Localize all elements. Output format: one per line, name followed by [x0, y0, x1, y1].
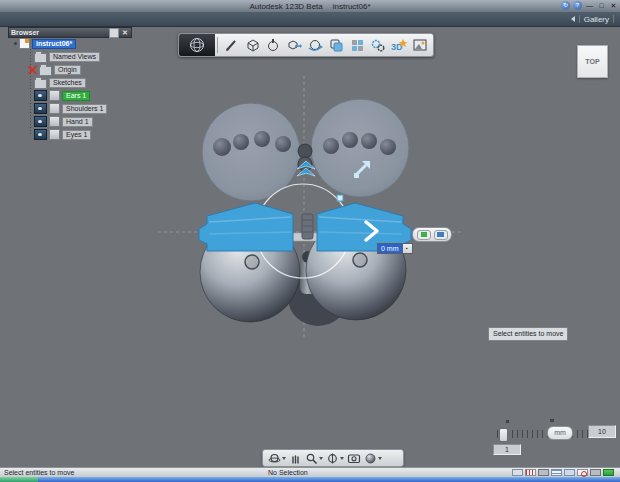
ear-left-body[interactable]: [202, 103, 300, 201]
view-cube[interactable]: TOP: [577, 45, 608, 78]
maximize-button[interactable]: □: [597, 1, 606, 10]
body-icon: [49, 129, 60, 140]
scene-material-button[interactable]: [409, 34, 430, 56]
chevron-left-icon: [571, 16, 575, 22]
tree-item-label[interactable]: Eyes 1: [62, 130, 91, 140]
ruler-marker: [550, 419, 554, 422]
pattern-grid-button[interactable]: [346, 34, 367, 56]
gallery-button[interactable]: Gallery: [571, 15, 614, 24]
tree-bullet: [14, 42, 17, 45]
sync-icon[interactable]: ↻: [561, 1, 570, 10]
browser-close-icon[interactable]: ✕: [121, 29, 129, 37]
ear-right-body[interactable]: [311, 99, 409, 197]
combine-solids-button[interactable]: [325, 34, 346, 56]
move-cube-button[interactable]: [283, 34, 304, 56]
document-icon: [19, 38, 30, 49]
tree-guide-line: [30, 49, 31, 135]
distance-spinner[interactable]: ▪: [403, 243, 413, 254]
confirm-button[interactable]: [417, 230, 431, 240]
tree-item-hand[interactable]: Hand 1: [34, 116, 93, 127]
app-menu-button[interactable]: [179, 34, 215, 56]
gallery-label: Gallery: [584, 15, 609, 24]
view-cube-label: TOP: [585, 58, 599, 65]
ruler-marker: [506, 420, 509, 423]
move-arrow-left[interactable]: [199, 203, 293, 251]
screw-knob[interactable]: [302, 214, 313, 239]
look-at-button[interactable]: [347, 452, 361, 465]
layers-toggle[interactable]: [551, 469, 562, 476]
app-title: Autodesk 123D Beta: [249, 2, 322, 11]
viewport-3d[interactable]: [0, 26, 620, 467]
pan-button[interactable]: [289, 452, 302, 465]
scale-major-value[interactable]: 10: [588, 425, 616, 438]
osnap-toggle[interactable]: [564, 469, 575, 476]
navigation-bar: [262, 449, 404, 467]
orbit-sphere-button[interactable]: [304, 34, 325, 56]
menu-strip: Gallery: [0, 12, 620, 27]
scale-ruler[interactable]: [497, 430, 589, 438]
document-title: instruct06*: [333, 2, 371, 11]
gear-assembly-button[interactable]: [367, 34, 388, 56]
tree-item-origin[interactable]: Origin: [28, 64, 81, 75]
visibility-eye-icon[interactable]: [34, 129, 47, 140]
tree-item-root[interactable]: instruct06*: [14, 38, 76, 49]
progress-segment: [0, 477, 38, 482]
dropdown-caret-icon: [378, 457, 382, 460]
body-icon: [49, 90, 60, 101]
tree-item-label[interactable]: Ears 1: [62, 91, 90, 101]
tree-item-label[interactable]: Hand 1: [62, 117, 93, 127]
3d-text-star-button[interactable]: 3D: [388, 34, 409, 56]
hidden-x-icon: [28, 65, 37, 74]
tree-item-eyes[interactable]: Eyes 1: [34, 129, 91, 140]
tree-item-shoulders[interactable]: Shoulders 1: [34, 103, 107, 114]
folder-icon: [39, 66, 52, 76]
visibility-eye-icon[interactable]: [34, 103, 47, 114]
visibility-eye-icon[interactable]: [34, 90, 47, 101]
constrained-orbit-button[interactable]: [326, 452, 344, 465]
selection-status: No Selection: [268, 469, 308, 476]
browser-title: Browser: [11, 29, 39, 36]
primitive-cube-button[interactable]: [241, 34, 262, 56]
browser-pin-icon[interactable]: [109, 28, 119, 38]
active-indicator: [603, 469, 614, 476]
spin-top-button[interactable]: [262, 34, 283, 56]
orbit-button[interactable]: [268, 452, 286, 465]
folder-icon: [34, 79, 47, 89]
rotate-handle[interactable]: [337, 195, 343, 201]
dropdown-caret-icon: [282, 457, 286, 460]
zoom-button[interactable]: [305, 452, 323, 465]
lock-toggle[interactable]: [538, 469, 549, 476]
tree-item-label[interactable]: Shoulders 1: [62, 104, 107, 114]
visibility-eye-icon[interactable]: [34, 116, 47, 127]
distance-input[interactable]: 0 mm: [377, 243, 403, 254]
sphere-menu-icon: [188, 36, 206, 54]
tree-item-label[interactable]: Origin: [54, 65, 81, 75]
snap-toggle[interactable]: [512, 469, 523, 476]
app-window: Autodesk 123D Beta instruct06* ↻ ? — □ ✕…: [0, 0, 620, 482]
ruler-toggle[interactable]: [525, 469, 536, 476]
tree-item-sketches[interactable]: Sketches: [34, 77, 86, 88]
sketch-pen-button[interactable]: [220, 34, 241, 56]
dropdown-caret-icon: [340, 457, 344, 460]
tree-item-label[interactable]: Named Views: [49, 52, 100, 62]
dropdown-caret-icon: [319, 457, 323, 460]
browser-panel-header[interactable]: Browser ✕: [8, 27, 132, 38]
status-toggles: [512, 469, 614, 476]
main-toolbar: 3D: [178, 33, 434, 57]
close-button[interactable]: ✕: [609, 1, 618, 10]
tree-item-label[interactable]: Sketches: [49, 78, 86, 88]
scale-slider-knob[interactable]: [499, 428, 508, 442]
display-style-button[interactable]: [364, 452, 382, 465]
scale-minor-value[interactable]: 1: [493, 444, 521, 455]
help-icon[interactable]: ?: [573, 1, 582, 10]
tree-item-named-views[interactable]: Named Views: [34, 51, 100, 62]
body-icon: [49, 103, 60, 114]
tree-item-ears[interactable]: Ears 1: [34, 90, 90, 101]
tree-item-label[interactable]: instruct06*: [32, 39, 76, 49]
minimize-button[interactable]: —: [585, 1, 594, 10]
pad-toggle[interactable]: [590, 469, 601, 476]
body-icon: [49, 116, 60, 127]
disable-toggle[interactable]: [577, 469, 588, 476]
options-button[interactable]: [434, 230, 448, 240]
unit-button[interactable]: mm: [547, 426, 573, 440]
